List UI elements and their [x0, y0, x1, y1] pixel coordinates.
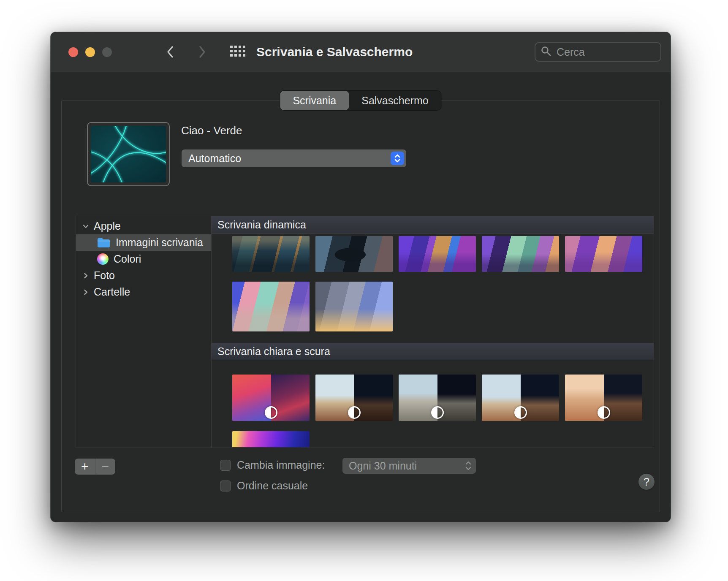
change-picture-label: Cambia immagine: [237, 459, 325, 471]
minimize-button[interactable] [85, 47, 95, 57]
add-button[interactable]: + [75, 459, 95, 475]
wallpaper-thumbnail-catalina-photo[interactable] [315, 236, 393, 272]
chevron-right-icon[interactable] [81, 289, 90, 296]
window-title: Scrivania e Salvaschermo [256, 45, 413, 59]
chevron-down-icon[interactable] [81, 223, 90, 230]
wallpaper-thumbnail-white-pocket-2[interactable] [399, 375, 476, 421]
light-dark-half-moon-icon [265, 406, 277, 419]
sidebar-item-foto[interactable]: Foto [76, 267, 211, 284]
light-dark-half-moon-icon [598, 406, 610, 419]
dynamic-wallpapers-row-1 [212, 236, 654, 272]
zoom-button-disabled [102, 47, 112, 57]
search-field[interactable] [535, 42, 661, 62]
forward-button [194, 43, 211, 61]
interval-dropdown[interactable]: Ogni 30 minuti [342, 458, 476, 474]
search-input[interactable] [556, 46, 655, 59]
change-picture-checkbox[interactable] [220, 460, 231, 471]
tab-bar: Scrivania Salvaschermo [280, 91, 441, 110]
interval-stepper-icon [465, 459, 472, 475]
dynamic-wallpapers-row-2 [212, 282, 654, 331]
sidebar-item-label: Colori [114, 253, 141, 265]
wallpaper-thumbnail-imac-pro-abstract[interactable] [232, 431, 310, 447]
wallpaper-thumbnail-white-pocket-4[interactable] [565, 375, 642, 421]
wallpaper-collection: Scrivania dinamica Scrivania chiara e sc… [212, 216, 654, 448]
light-dark-half-moon-icon [514, 406, 527, 419]
preferences-window: Scrivania e Salvaschermo Scrivania Salva… [51, 32, 671, 522]
sidebar-item-label: Cartelle [94, 286, 130, 298]
section-header-dynamic: Scrivania dinamica [212, 216, 654, 233]
traffic-lights [68, 47, 112, 57]
interval-dropdown-value: Ogni 30 minuti [349, 460, 417, 472]
tab-salvaschermo[interactable]: Salvaschermo [349, 91, 441, 110]
titlebar: Scrivania e Salvaschermo [51, 32, 671, 72]
section-title: Scrivania dinamica [217, 219, 306, 231]
remove-button[interactable]: − [95, 459, 116, 475]
wallpaper-thumbnail-white-pocket-3[interactable] [482, 375, 559, 421]
section-header-light-dark: Scrivania chiara e scura [212, 343, 654, 360]
wallpaper-browser: Apple Immagini scrivania Colori Fot [76, 216, 654, 448]
wallpaper-thumbnail-big-sur-light-dark[interactable] [232, 375, 310, 421]
dropdown-stepper-icon [391, 152, 404, 165]
chevron-left-icon [166, 46, 174, 58]
sidebar-item-label: Immagini scrivania [116, 236, 203, 249]
show-all-grid-icon [230, 46, 245, 59]
blue-folder-icon [97, 237, 111, 248]
sidebar-item-immagini-scrivania[interactable]: Immagini scrivania [76, 234, 211, 251]
wallpaper-thumbnail-big-sur-graphic[interactable] [399, 236, 476, 272]
light-dark-half-moon-icon [348, 406, 361, 419]
mode-dropdown[interactable]: Automatico [182, 149, 406, 167]
desktop-tab-pane: Scrivania Salvaschermo [61, 100, 660, 512]
wallpaper-thumbnail-solar-gradients[interactable] [315, 282, 393, 331]
random-order-checkbox[interactable] [220, 481, 231, 491]
random-order-label: Ordine casuale [237, 480, 308, 492]
search-icon [541, 46, 551, 58]
random-order-row: Ordine casuale [220, 480, 308, 492]
wallpaper-preview-image [91, 126, 166, 182]
clipped-wallpapers-row [212, 431, 654, 447]
wallpaper-name: Ciao - Verde [181, 124, 242, 137]
source-sidebar: Apple Immagini scrivania Colori Fot [76, 216, 211, 448]
close-button[interactable] [68, 47, 78, 57]
sidebar-item-cartelle[interactable]: Cartelle [76, 284, 211, 300]
chevron-right-icon [198, 46, 206, 58]
sidebar-item-colori[interactable]: Colori [76, 251, 211, 267]
sidebar-item-label: Foto [94, 269, 115, 282]
light-dark-wallpapers-row [212, 375, 654, 421]
sidebar-item-apple[interactable]: Apple [76, 218, 211, 234]
wallpaper-thumbnail-catalina-graphic[interactable] [482, 236, 559, 272]
wallpaper-thumbnail-desert-graphic[interactable] [565, 236, 642, 272]
help-button[interactable]: ? [638, 474, 655, 490]
sidebar-item-label: Apple [94, 220, 121, 232]
chevron-right-icon[interactable] [81, 272, 90, 279]
show-all-button[interactable] [228, 43, 247, 61]
mode-dropdown-value: Automatico [188, 152, 241, 165]
tab-scrivania[interactable]: Scrivania [280, 91, 349, 110]
wallpaper-preview-well [87, 122, 170, 186]
wallpaper-thumbnail-big-sur-photo[interactable] [232, 236, 310, 272]
add-remove-control: + − [75, 459, 115, 475]
light-dark-half-moon-icon [431, 406, 444, 419]
wallpaper-thumbnail-white-pocket-1[interactable] [315, 375, 393, 421]
section-title: Scrivania chiara e scura [217, 345, 330, 358]
wallpaper-thumbnail-beach-graphic[interactable] [232, 282, 310, 331]
back-button[interactable] [162, 43, 179, 61]
change-picture-row: Cambia immagine: [220, 459, 325, 471]
color-wheel-icon [97, 253, 109, 265]
